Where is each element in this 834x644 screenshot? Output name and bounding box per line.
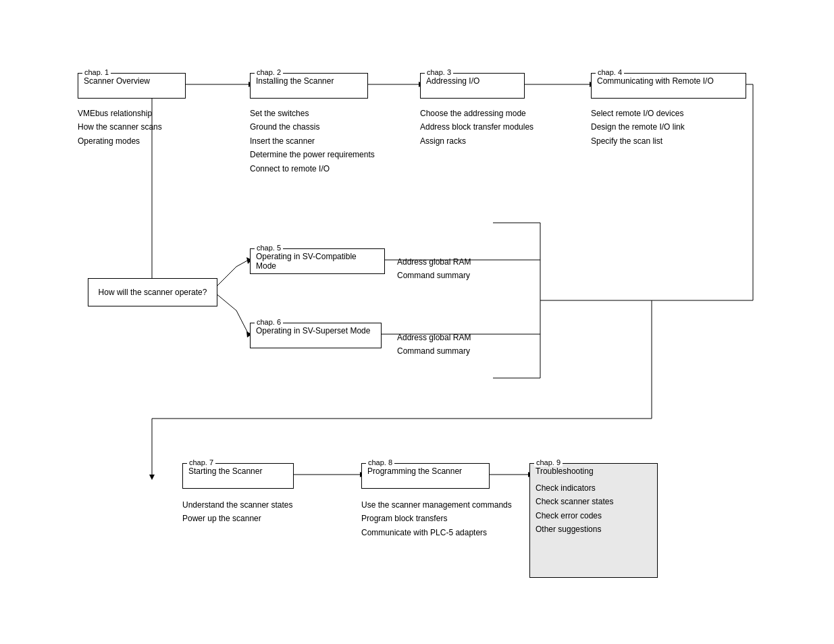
chapter-label-7: chap. 7: [187, 458, 215, 466]
svg-line-12: [236, 260, 249, 267]
chap9-content: Check indicators Check scanner states Ch…: [536, 481, 652, 537]
chapter-label-6: chap. 6: [255, 318, 283, 326]
content1-line3: Operating modes: [78, 134, 162, 148]
chapter-box-9: chap. 9 Troubleshooting Check indicators…: [529, 463, 658, 578]
content2-line5: Connect to remote I/O: [250, 162, 375, 176]
svg-line-15: [236, 311, 249, 334]
content7-line2: Power up the scanner: [182, 512, 292, 525]
svg-line-14: [216, 294, 236, 311]
chap9-line3: Check error codes: [536, 509, 652, 522]
chapter-label-1: chap. 1: [82, 68, 111, 76]
content-block-1: VMEbus relationship How the scanner scan…: [78, 107, 162, 148]
content4-line3: Specify the scan list: [591, 134, 685, 148]
chapter-label-5: chap. 5: [255, 244, 283, 252]
chapter-label-2: chap. 2: [255, 68, 283, 76]
svg-line-11: [216, 267, 236, 287]
chap9-line2: Check scanner states: [536, 495, 652, 508]
content1-line2: How the scanner scans: [78, 120, 162, 134]
diagram-container: chap. 1 Scanner Overview chap. 2 Install…: [0, 0, 834, 644]
content5-line1: Address global RAM: [397, 255, 471, 269]
content2-line2: Ground the chassis: [250, 120, 375, 134]
chapter-title-5: Operating in SV-Compatible Mode: [256, 252, 357, 271]
chapter-title-2: Installing the Scanner: [256, 76, 334, 86]
chapter-box-7: chap. 7 Starting the Scanner: [182, 463, 294, 489]
content2-line3: Insert the scanner: [250, 134, 375, 148]
content-block-6: Address global RAM Command summary: [397, 331, 471, 358]
chapter-title-7: Starting the Scanner: [188, 466, 262, 476]
chapter-title-3: Addressing I/O: [426, 76, 479, 86]
content3-line1: Choose the addressing mode: [420, 107, 533, 120]
content8-line1: Use the scanner management commands: [361, 498, 512, 512]
chapter-label-3: chap. 3: [425, 68, 453, 76]
content3-line2: Address block transfer modules: [420, 120, 533, 134]
content2-line1: Set the switches: [250, 107, 375, 120]
content-block-5: Address global RAM Command summary: [397, 255, 471, 283]
content-block-8: Use the scanner management commands Prog…: [361, 498, 512, 539]
chapter-box-6: chap. 6 Operating in SV-Superset Mode: [250, 323, 382, 348]
chapter-box-1: chap. 1 Scanner Overview: [78, 73, 186, 99]
content2-line4: Determine the power requirements: [250, 148, 375, 161]
decision-label: How will the scanner operate?: [99, 288, 207, 297]
content6-line1: Address global RAM: [397, 331, 471, 344]
content8-line2: Program block transfers: [361, 512, 512, 525]
content4-line1: Select remote I/O devices: [591, 107, 685, 120]
content3-line3: Assign racks: [420, 134, 533, 148]
chap9-line1: Check indicators: [536, 481, 652, 495]
content-block-2: Set the switches Ground the chassis Inse…: [250, 107, 375, 176]
chapter-box-2: chap. 2 Installing the Scanner: [250, 73, 368, 99]
content7-line1: Understand the scanner states: [182, 498, 292, 512]
chapter-label-8: chap. 8: [366, 458, 394, 466]
chapter-label-9: chap. 9: [534, 458, 563, 466]
content-block-4: Select remote I/O devices Design the rem…: [591, 107, 685, 148]
content8-line3: Communicate with PLC-5 adapters: [361, 526, 512, 539]
content5-line2: Command summary: [397, 269, 471, 282]
chapter-box-3: chap. 3 Addressing I/O: [420, 73, 525, 99]
chapter-box-8: chap. 8 Programming the Scanner: [361, 463, 490, 489]
chapter-box-5: chap. 5 Operating in SV-Compatible Mode: [250, 248, 385, 274]
content4-line2: Design the remote I/O link: [591, 120, 685, 134]
decision-box: How will the scanner operate?: [88, 278, 217, 306]
content-block-7: Understand the scanner states Power up t…: [182, 498, 292, 526]
chapter-title-4: Communicating with Remote I/O: [597, 76, 714, 86]
chapter-title-1: Scanner Overview: [84, 76, 150, 86]
chapter-box-4: chap. 4 Communicating with Remote I/O: [591, 73, 746, 99]
chapter-label-4: chap. 4: [596, 68, 624, 76]
chapter-title-8: Programming the Scanner: [367, 466, 462, 476]
svg-marker-25: [149, 475, 155, 480]
content1-line1: VMEbus relationship: [78, 107, 162, 120]
chapter-title-6: Operating in SV-Superset Mode: [256, 326, 370, 336]
content-block-3: Choose the addressing mode Address block…: [420, 107, 533, 148]
chapter-title-9: Troubleshooting: [536, 466, 594, 476]
content6-line2: Command summary: [397, 344, 471, 358]
chap9-line4: Other suggestions: [536, 522, 652, 536]
